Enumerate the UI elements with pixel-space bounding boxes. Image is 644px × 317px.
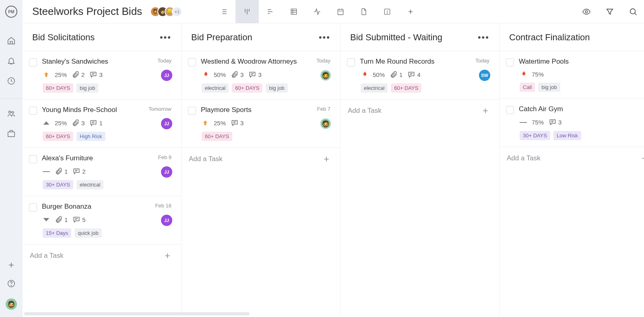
task-title: Playmore Sports xyxy=(201,106,312,114)
risk-view-icon[interactable] xyxy=(376,0,399,23)
help-icon[interactable] xyxy=(7,279,16,288)
add-view-icon[interactable] xyxy=(399,0,422,23)
column-menu-icon[interactable]: ••• xyxy=(478,35,489,39)
assignee-avatar[interactable]: JJ xyxy=(161,70,172,81)
home-icon[interactable] xyxy=(7,36,16,45)
task-checkbox[interactable] xyxy=(29,203,37,211)
board-view-icon[interactable] xyxy=(235,0,259,23)
assignee-avatar[interactable]: JJ xyxy=(161,215,172,226)
list-view-icon[interactable] xyxy=(212,0,235,23)
people-icon[interactable] xyxy=(7,109,16,118)
comment-icon xyxy=(407,70,415,79)
app-logo[interactable]: PM xyxy=(5,6,17,18)
task-card[interactable]: Playmore Sports Feb 7 25%3 🧔 60+ DAYS xyxy=(182,99,340,147)
task-card[interactable]: Turn Me Round Records Today 50%14 SW ele… xyxy=(341,51,499,99)
progress-percent: 25% xyxy=(214,120,226,126)
search-icon[interactable] xyxy=(629,7,638,16)
dash-icon: — xyxy=(43,168,50,175)
briefcase-icon[interactable] xyxy=(7,129,16,138)
attachment-count: 1 xyxy=(64,216,68,223)
task-card[interactable]: Westlend & Woodrow Attorneys Today 50%33… xyxy=(182,51,340,99)
add-task-button[interactable]: Add a Task xyxy=(182,147,340,170)
tag[interactable]: quick job xyxy=(74,228,101,238)
tag[interactable]: electrical xyxy=(76,180,103,189)
table-view-icon[interactable] xyxy=(282,0,305,23)
paperclip-icon xyxy=(72,119,80,127)
bell-icon[interactable] xyxy=(7,56,16,65)
tag[interactable]: 15+ Days xyxy=(43,228,71,238)
tag[interactable]: big job xyxy=(266,83,287,93)
due-date: Today xyxy=(157,58,171,64)
progress-percent: 50% xyxy=(373,71,385,78)
tag[interactable]: Low Risk xyxy=(553,131,581,140)
tag[interactable]: big job xyxy=(538,83,560,92)
task-title: Stanley's Sandwiches xyxy=(42,58,153,66)
plus-icon[interactable] xyxy=(8,261,15,269)
add-task-label: Add a Task xyxy=(348,107,382,115)
board-column: Contract Finalization Watertime Pools 75… xyxy=(500,23,644,317)
task-checkbox[interactable] xyxy=(506,58,514,66)
tag[interactable]: Call xyxy=(520,83,535,92)
task-title: Catch Air Gym xyxy=(519,105,644,113)
tag[interactable]: 30+ DAYS xyxy=(43,180,73,189)
add-task-button[interactable]: Add a Task xyxy=(23,244,181,267)
task-checkbox[interactable] xyxy=(29,107,37,115)
tag[interactable]: big job xyxy=(76,83,98,93)
due-date: Feb 7 xyxy=(317,106,330,112)
due-date: Feb 9 xyxy=(158,154,171,160)
task-checkbox[interactable] xyxy=(188,58,196,66)
user-avatar[interactable]: 🧔 xyxy=(6,298,17,310)
eye-icon[interactable] xyxy=(582,7,591,16)
fire-icon xyxy=(520,70,527,78)
task-checkbox[interactable] xyxy=(29,58,37,66)
task-checkbox[interactable] xyxy=(347,58,355,66)
arrow-up-icon xyxy=(202,119,209,126)
tag[interactable]: 30+ DAYS xyxy=(520,131,550,140)
filter-icon[interactable] xyxy=(605,7,614,16)
activity-view-icon[interactable] xyxy=(305,0,329,23)
file-view-icon[interactable] xyxy=(352,0,376,23)
task-card[interactable]: Watertime Pools 75% Callbig job xyxy=(500,51,644,98)
column-menu-icon[interactable]: ••• xyxy=(319,35,330,39)
column-title: Bid Submitted - Waiting xyxy=(350,32,442,43)
tag[interactable]: 60+ DAYS xyxy=(43,132,73,141)
column-menu-icon[interactable]: ••• xyxy=(160,35,171,39)
assignee-avatar[interactable]: SW xyxy=(479,70,490,81)
tag[interactable]: 60+ DAYS xyxy=(43,83,73,93)
add-task-button[interactable]: Add a Task xyxy=(341,99,499,122)
paperclip-icon xyxy=(231,70,239,79)
column-title: Bid Preparation xyxy=(191,32,252,43)
assignee-avatar[interactable]: JJ xyxy=(161,118,172,129)
horizontal-scrollbar[interactable] xyxy=(24,312,250,315)
tag[interactable]: High Risk xyxy=(76,132,105,141)
assignee-avatar[interactable]: 🧔 xyxy=(320,118,331,129)
clock-icon[interactable] xyxy=(7,77,16,85)
task-card[interactable]: Burger Bonanza Feb 16 15 JJ 15+ Daysquic… xyxy=(23,196,181,244)
comment-count: 3 xyxy=(240,120,244,126)
task-card[interactable]: Alexa's Furniture Feb 9 —12 JJ 30+ DAYSe… xyxy=(23,147,181,196)
tag[interactable]: electrical xyxy=(202,83,229,93)
assignee-avatar[interactable]: 🧔 xyxy=(320,70,331,81)
due-date: Today xyxy=(316,58,330,64)
assignee-avatar[interactable]: JJ xyxy=(161,166,172,178)
gantt-view-icon[interactable] xyxy=(259,0,282,23)
member-avatars[interactable]: 🧔 👩 👱 +1 xyxy=(150,6,182,17)
calendar-view-icon[interactable] xyxy=(329,0,352,23)
task-checkbox[interactable] xyxy=(506,106,514,114)
tag[interactable]: 60+ DAYS xyxy=(391,83,421,93)
task-card[interactable]: Young Minds Pre-School Tomorrow 25%31 JJ… xyxy=(23,99,181,147)
comment-icon xyxy=(89,70,97,79)
column-title: Bid Solicitations xyxy=(32,32,95,43)
tag[interactable]: 60+ DAYS xyxy=(232,83,262,93)
svg-point-2 xyxy=(12,112,14,114)
tag[interactable]: 60+ DAYS xyxy=(202,132,232,141)
tag[interactable]: electrical xyxy=(361,83,388,93)
task-checkbox[interactable] xyxy=(188,107,196,115)
task-checkbox[interactable] xyxy=(29,155,37,163)
add-task-button[interactable]: Add a Task xyxy=(500,147,644,170)
plus-icon xyxy=(640,154,644,162)
task-card[interactable]: Stanley's Sandwiches Today 25%23 JJ 60+ … xyxy=(23,51,181,99)
svg-rect-6 xyxy=(291,9,296,14)
progress-percent: 75% xyxy=(532,71,544,78)
task-card[interactable]: Catch Air Gym —75%3 30+ DAYSLow Risk xyxy=(500,98,644,147)
